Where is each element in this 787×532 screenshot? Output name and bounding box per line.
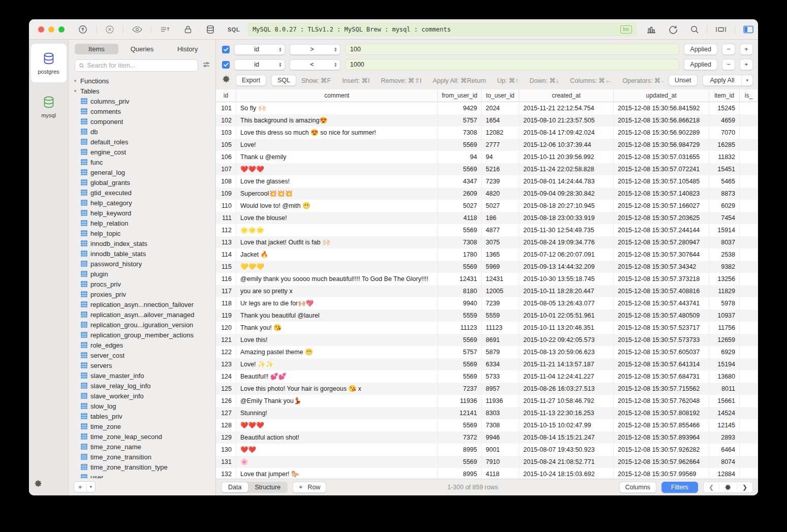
cell[interactable]: 4877 <box>482 224 519 236</box>
cell[interactable]: 119 <box>216 309 236 322</box>
cell[interactable] <box>740 102 758 114</box>
export-button[interactable]: Export <box>236 75 266 86</box>
cell[interactable]: 5569 <box>438 261 482 273</box>
next-page-icon[interactable]: ❯ <box>737 484 752 491</box>
cell[interactable]: 2015-12-08 15:30:57.307644 <box>614 248 709 261</box>
cell[interactable]: 5569 <box>438 419 482 431</box>
cell[interactable]: 6334 <box>482 358 519 370</box>
cell[interactable]: 107 <box>216 163 236 175</box>
cell[interactable]: Amazing pastel theme 😬 <box>236 346 438 358</box>
cell[interactable]: 6929 <box>709 346 740 358</box>
cell[interactable]: 2015-12-08 15:30:57.715562 <box>614 383 709 395</box>
settings-gear-icon[interactable] <box>34 480 43 490</box>
cell[interactable]: 5027 <box>482 200 519 212</box>
cell[interactable]: 9940 <box>438 297 482 309</box>
cell[interactable]: 109 <box>216 187 236 200</box>
filter-enabled-checkbox[interactable] <box>222 61 230 69</box>
cell[interactable]: 5969 <box>482 261 519 273</box>
cell[interactable]: 2015-12-08 15:30:57.523717 <box>614 322 709 334</box>
cell[interactable]: 11829 <box>709 285 740 297</box>
sidebar-table-item[interactable]: slave_relay_log_info <box>69 381 215 391</box>
cell[interactable]: 1654 <box>482 114 519 127</box>
cell[interactable] <box>740 383 758 395</box>
cell[interactable]: 2015-08-24 21:08:52.771 <box>519 456 614 468</box>
cell[interactable]: 11123 <box>482 322 519 334</box>
cell[interactable]: 2015-10-01 22:05:51.961 <box>519 309 614 322</box>
sidebar-table-item[interactable]: innodb_table_stats <box>69 248 215 259</box>
cell[interactable]: 2015-12-08 15:30:57.203625 <box>614 212 709 224</box>
cell[interactable]: 112 <box>216 224 236 236</box>
cell[interactable]: 2015-10-30 13:55:18.745 <box>519 273 614 285</box>
cell[interactable]: 2609 <box>438 187 482 200</box>
cell[interactable]: 12431 <box>438 273 482 285</box>
cell[interactable]: 1780 <box>438 248 482 261</box>
cell[interactable]: 7910 <box>482 456 519 468</box>
cell[interactable]: 2015-09-13 14:44:32.209 <box>519 261 614 273</box>
add-filter-button[interactable]: + <box>740 44 753 55</box>
backup-icon[interactable] <box>160 24 171 35</box>
table-row[interactable]: 122Amazing pastel theme 😬575758792015-08… <box>216 346 758 358</box>
cell[interactable]: 5569 <box>438 456 482 468</box>
cell[interactable] <box>740 297 758 309</box>
cell[interactable] <box>740 151 758 163</box>
cell[interactable] <box>740 127 758 139</box>
cell[interactable]: 2015-07-12 06:20:07.091 <box>519 248 614 261</box>
remove-filter-button[interactable]: − <box>722 59 735 70</box>
table-row[interactable]: 105Love!556927772015-12-06 10:37:39.4420… <box>216 139 758 151</box>
cell[interactable] <box>740 114 758 127</box>
cell[interactable]: 5757 <box>438 114 482 127</box>
cell[interactable]: ❤️❤️ <box>236 444 438 456</box>
search-input[interactable] <box>87 62 194 69</box>
column-header-comment[interactable]: comment <box>236 89 438 102</box>
cell[interactable] <box>740 224 758 236</box>
cell[interactable]: 2015-08-14 17:09:42.024 <box>519 127 614 139</box>
cell[interactable] <box>740 431 758 444</box>
cell[interactable]: 11936 <box>482 395 519 407</box>
sidebar-table-item[interactable]: default_roles <box>69 137 215 147</box>
cell[interactable]: 2015-08-13 20:59:06.623 <box>519 346 614 358</box>
cell[interactable]: Love the glasses! <box>236 175 438 187</box>
cell[interactable]: 118 <box>216 297 236 309</box>
cell[interactable]: 124 <box>216 370 236 383</box>
cell[interactable]: 2015-09-04 09:28:30.842 <box>519 187 614 200</box>
cell[interactable]: 4118 <box>482 468 519 479</box>
cell[interactable]: 2015-11-21 14:13:57.187 <box>519 358 614 370</box>
column-header-to_user_id[interactable]: to_user_id <box>482 89 519 102</box>
cell[interactable]: 7454 <box>709 212 740 224</box>
cell[interactable]: 🌸 <box>236 456 438 468</box>
cell[interactable]: 11123 <box>438 322 482 334</box>
cell[interactable]: So fly 🙌🏻 <box>236 102 438 114</box>
cell[interactable]: 114 <box>216 248 236 261</box>
cell[interactable]: 8995 <box>438 444 482 456</box>
cell[interactable]: Love this! <box>236 334 438 346</box>
editor-layout-icon[interactable] <box>714 24 728 35</box>
cell[interactable]: 15661 <box>709 395 740 407</box>
cell[interactable]: 122 <box>216 346 236 358</box>
cell[interactable]: 2015-12-08 15:30:57.808192 <box>614 407 709 419</box>
cell[interactable]: 8691 <box>482 334 519 346</box>
cell[interactable]: 12431 <box>482 273 519 285</box>
sidebar-table-item[interactable]: slave_worker_info <box>69 391 215 401</box>
cell[interactable]: Thank you! 😘 <box>236 322 438 334</box>
cell[interactable]: Love this photo! Your hair is gorgeous 😘… <box>236 383 438 395</box>
cell[interactable]: 14524 <box>709 407 740 419</box>
cell[interactable] <box>740 273 758 285</box>
cell[interactable]: 5569 <box>438 163 482 175</box>
sidebar-table-item[interactable]: plugin <box>69 269 215 279</box>
cell[interactable]: 105 <box>216 139 236 151</box>
cell[interactable]: 12082 <box>482 127 519 139</box>
cell[interactable] <box>740 407 758 419</box>
cell[interactable]: 94 <box>438 151 482 163</box>
sidebar-table-item[interactable]: func <box>69 157 215 167</box>
connection-mysql[interactable]: mysql <box>31 87 67 126</box>
table-row[interactable]: 116@emily thank you soooo much beautiful… <box>216 273 758 285</box>
cell[interactable]: 131 <box>216 456 236 468</box>
column-header-is_[interactable]: is_ <box>740 89 758 102</box>
sidebar-table-item[interactable]: help_keyword <box>69 208 215 218</box>
cell[interactable] <box>740 370 758 383</box>
cell[interactable]: 5027 <box>438 200 482 212</box>
cell[interactable]: 15914 <box>709 224 740 236</box>
cell[interactable]: 12005 <box>482 285 519 297</box>
cell[interactable]: 2015-10-15 10:02:47.99 <box>519 419 614 431</box>
cell[interactable] <box>740 444 758 456</box>
